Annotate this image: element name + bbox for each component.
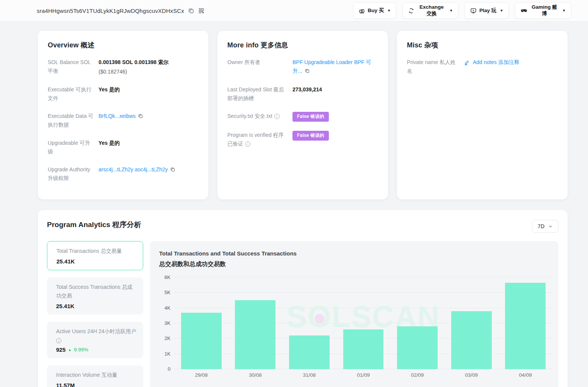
last-deployed-slot-label: Last Deployed Slot 最后部署的插槽	[227, 85, 292, 103]
bar-slot	[228, 277, 283, 369]
metric-value: 11.57M	[56, 382, 137, 387]
bar-slot	[444, 277, 499, 369]
overview-title: Overview 概述	[48, 41, 199, 50]
metric-interaction-volume[interactable]: Interaction Volume 互动量 11.57M	[47, 365, 143, 387]
x-tick-label: 30/08	[228, 372, 283, 378]
main-content: Overview 概述 SOL Balance SOL 平衡 0.001398 …	[0, 22, 588, 387]
y-tick-label: 3K	[164, 320, 170, 326]
bar-slot	[336, 277, 391, 369]
chart-panel: Total Transactions and Total Success Tra…	[150, 241, 558, 387]
info-cards-row: Overview 概述 SOL Balance SOL 平衡 0.001398 …	[38, 31, 568, 199]
bar-01/09[interactable]	[343, 329, 384, 369]
info-icon[interactable]: i	[274, 114, 280, 119]
executable-label: Executable 可执行文件	[48, 85, 99, 103]
y-tick-label: 1K	[164, 351, 170, 357]
chevron-down-icon: ▼	[387, 9, 391, 13]
misc-card: Misc 杂项 Private name 私人姓名 Add notes 添加注释	[397, 31, 568, 199]
chevron-down-icon	[548, 224, 553, 229]
bar-04/09[interactable]	[505, 283, 546, 369]
x-tick-label: 04/09	[498, 372, 552, 378]
upgrade-authority-label: Upgrade Authority 升级权限	[48, 165, 99, 183]
upgradeable-row: Upgradeable 可升级 Yes 是的	[48, 139, 199, 156]
y-tick-label: 2K	[164, 335, 170, 341]
bar-slot	[174, 277, 228, 369]
executable-value: Yes 是的	[99, 85, 199, 103]
upgrade-authority-link[interactable]: arsc4j...tLZh2y asc4j...tLZh2y	[99, 166, 168, 172]
bar-slot	[282, 277, 336, 369]
time-range-select[interactable]: 7D	[532, 220, 558, 233]
x-tick-label: 29/08	[174, 372, 228, 378]
upgradeable-label: Upgradeable 可升级	[48, 139, 99, 156]
exchange-icon	[408, 8, 414, 14]
misc-title: Misc 杂项	[407, 41, 558, 50]
metric-value: 25.41K	[56, 303, 137, 309]
metric-label: Total Success Transactions 总成功交易	[56, 283, 137, 300]
up-arrow-icon: ▲	[68, 348, 72, 352]
bar-31/08[interactable]	[289, 335, 330, 369]
sol-balance-label: SOL Balance SOL 平衡	[48, 58, 99, 76]
copy-icon[interactable]	[138, 114, 143, 120]
security-txt-badge: False 错误的	[292, 112, 329, 122]
bar-02/09[interactable]	[397, 326, 438, 369]
bar-slot	[390, 277, 444, 369]
chevron-down-icon: ▼	[449, 9, 453, 13]
chart-subtitle: 总交易数和总成功交易数	[159, 260, 552, 268]
x-tick-label: 03/09	[444, 372, 499, 378]
metric-label: Interaction Volume 互动量	[56, 371, 137, 379]
private-name-label: Private name 私人姓名	[407, 58, 464, 75]
y-axis: 01K2K3K4K5K6K	[159, 277, 174, 369]
bar-29/08[interactable]	[181, 313, 222, 369]
info-icon[interactable]: i	[56, 338, 61, 343]
exchange-button[interactable]: Exchange 交换 ▼	[402, 2, 458, 19]
qr-code-icon[interactable]	[198, 8, 205, 14]
executable-data-row: Executable Data 可执行数据 BrfLQk...xeibws	[48, 112, 199, 129]
analytics-title: Program Analytics 程序分析	[47, 220, 141, 230]
overview-card: Overview 概述 SOL Balance SOL 平衡 0.001398 …	[38, 31, 208, 199]
exchange-button-label: Exchange 交换	[417, 4, 446, 17]
program-verified-label: Program is verified 程序已验证i	[227, 131, 292, 148]
copy-icon[interactable]	[305, 69, 310, 75]
more-info-card: More info 更多信息 Owner 所有者 BPF Upgradeable…	[217, 31, 388, 199]
program-analytics-card: Program Analytics 程序分析 7D Total Transact…	[38, 210, 568, 387]
program-verified-badge: False 错误的	[292, 131, 329, 141]
cash-icon	[359, 8, 365, 14]
copy-address-icon[interactable]	[188, 8, 194, 14]
copy-icon[interactable]	[170, 167, 175, 173]
metric-change: 9.99%	[74, 347, 88, 353]
metric-total-success-transactions[interactable]: Total Success Transactions 总成功交易 25.41K	[47, 277, 143, 315]
x-axis-labels: 29/0830/0831/0801/0902/0903/0904/09	[174, 372, 552, 378]
sol-balance-row: SOL Balance SOL 平衡 0.001398 SOL 0.001398…	[48, 58, 199, 76]
y-tick-label: 6K	[164, 274, 170, 280]
gamepad-icon	[521, 7, 527, 14]
add-notes-link[interactable]: Add notes 添加注释	[473, 58, 519, 67]
more-info-title: More info 更多信息	[227, 41, 378, 50]
executable-data-link[interactable]: BrfLQk...xeibws	[99, 113, 136, 119]
metric-active-users-24h[interactable]: Active Users 24H 24小时活跃用户 i 925 ▲ 9.99%	[47, 322, 143, 358]
x-tick-label: 31/08	[282, 372, 336, 378]
bar-03/09[interactable]	[451, 311, 492, 369]
y-tick-label: 0	[168, 366, 170, 372]
upgradeable-value: Yes 是的	[99, 139, 199, 156]
topbar: sra4HHgwsn5Ts6V1TUdLykK1gRJwDQhgscuvXDHx…	[0, 0, 588, 22]
x-tick-label: 02/09	[390, 372, 444, 378]
solscan-account-page: sra4HHgwsn5Ts6V1TUdLykK1gRJwDQhgscuvXDHx…	[0, 0, 588, 387]
pencil-icon[interactable]	[464, 60, 470, 66]
last-deployed-slot-value: 273,039,214	[292, 85, 378, 103]
metric-cards-column: Total Transactions 总交易量 25.41K Total Suc…	[47, 241, 143, 387]
play-button-label: Play 玩	[479, 8, 496, 14]
account-address-wrap: sra4HHgwsn5Ts6V1TUdLykK1gRJwDQhgscuvXDHx…	[37, 8, 205, 14]
buy-button[interactable]: Buy 买 ▼	[353, 2, 397, 19]
info-icon[interactable]: i	[245, 141, 250, 147]
security-txt-label: Security.txt 安全.txti	[227, 112, 292, 122]
metric-value: 925	[56, 346, 66, 353]
metric-total-transactions[interactable]: Total Transactions 总交易量 25.41K	[47, 241, 143, 270]
y-tick-label: 5K	[164, 290, 170, 295]
header-actions: Buy 买 ▼ Exchange 交换 ▼	[353, 2, 571, 19]
x-tick-label: 01/09	[336, 372, 391, 378]
chevron-down-icon: ▼	[500, 9, 503, 13]
play-button[interactable]: Play 玩 ▼	[464, 2, 509, 19]
metric-label: Active Users 24H 24小时活跃用户	[56, 327, 137, 335]
buy-button-label: Buy 买	[368, 8, 384, 14]
bar-30/08[interactable]	[235, 300, 275, 369]
gaming-button[interactable]: Gaming 赌博 ▼	[515, 2, 571, 19]
